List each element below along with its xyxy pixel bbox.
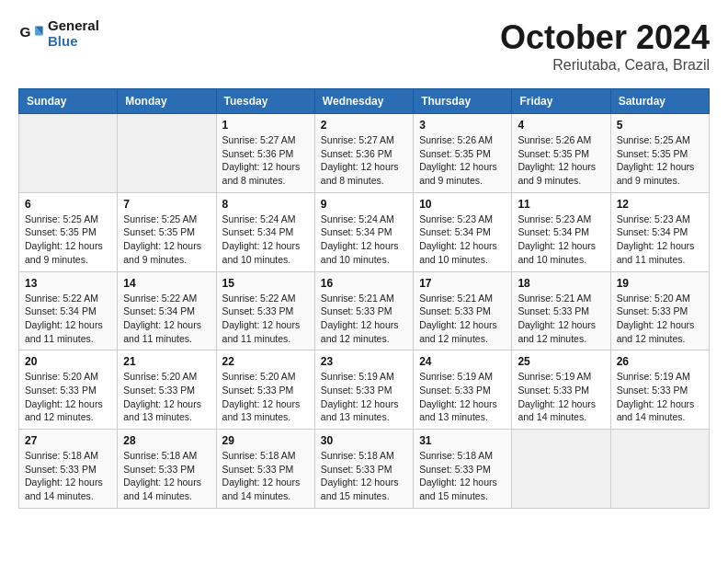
day-info: Sunrise: 5:19 AM Sunset: 5:33 PM Dayligh… xyxy=(419,370,506,424)
day-number: 20 xyxy=(25,355,111,368)
day-number: 17 xyxy=(419,277,506,290)
day-info: Sunrise: 5:24 AM Sunset: 5:34 PM Dayligh… xyxy=(321,213,407,267)
day-number: 28 xyxy=(123,434,210,447)
day-cell: 23Sunrise: 5:19 AM Sunset: 5:33 PM Dayli… xyxy=(314,350,413,430)
day-number: 27 xyxy=(25,434,111,447)
day-number: 10 xyxy=(419,198,506,211)
week-row-2: 6Sunrise: 5:25 AM Sunset: 5:35 PM Daylig… xyxy=(19,192,710,271)
day-number: 4 xyxy=(518,119,604,132)
day-info: Sunrise: 5:20 AM Sunset: 5:33 PM Dayligh… xyxy=(617,292,703,346)
day-number: 26 xyxy=(617,355,703,368)
day-number: 22 xyxy=(222,355,309,368)
day-cell: 31Sunrise: 5:18 AM Sunset: 5:33 PM Dayli… xyxy=(414,430,512,509)
day-info: Sunrise: 5:27 AM Sunset: 5:36 PM Dayligh… xyxy=(222,133,309,188)
day-info: Sunrise: 5:27 AM Sunset: 5:36 PM Dayligh… xyxy=(321,133,407,188)
day-info: Sunrise: 5:23 AM Sunset: 5:34 PM Dayligh… xyxy=(419,213,506,267)
title-area: October 2024 Reriutaba, Ceara, Brazil xyxy=(500,18,710,74)
day-number: 16 xyxy=(321,277,407,290)
day-cell xyxy=(118,114,216,193)
day-cell: 9Sunrise: 5:24 AM Sunset: 5:34 PM Daylig… xyxy=(314,192,413,271)
day-cell: 5Sunrise: 5:25 AM Sunset: 5:35 PM Daylig… xyxy=(610,114,709,193)
header-cell-tuesday: Tuesday xyxy=(216,89,314,114)
day-info: Sunrise: 5:18 AM Sunset: 5:33 PM Dayligh… xyxy=(321,449,407,503)
day-cell: 13Sunrise: 5:22 AM Sunset: 5:34 PM Dayli… xyxy=(19,271,118,350)
day-info: Sunrise: 5:21 AM Sunset: 5:33 PM Dayligh… xyxy=(419,292,506,346)
day-number: 11 xyxy=(518,198,604,211)
day-info: Sunrise: 5:19 AM Sunset: 5:33 PM Dayligh… xyxy=(518,370,604,424)
day-info: Sunrise: 5:25 AM Sunset: 5:35 PM Dayligh… xyxy=(123,213,210,267)
day-info: Sunrise: 5:18 AM Sunset: 5:33 PM Dayligh… xyxy=(123,449,210,503)
day-cell: 27Sunrise: 5:18 AM Sunset: 5:33 PM Dayli… xyxy=(19,430,118,509)
header-cell-thursday: Thursday xyxy=(414,89,512,114)
logo-icon: G xyxy=(18,21,44,47)
day-number: 31 xyxy=(419,434,506,447)
day-cell: 3Sunrise: 5:26 AM Sunset: 5:35 PM Daylig… xyxy=(414,114,512,193)
day-cell: 11Sunrise: 5:23 AM Sunset: 5:34 PM Dayli… xyxy=(512,192,610,271)
day-number: 25 xyxy=(518,355,604,368)
day-number: 29 xyxy=(222,434,309,447)
day-info: Sunrise: 5:22 AM Sunset: 5:34 PM Dayligh… xyxy=(123,292,210,346)
day-number: 21 xyxy=(123,355,210,368)
header-cell-sunday: Sunday xyxy=(19,89,118,114)
header-cell-friday: Friday xyxy=(512,89,610,114)
calendar-header: SundayMondayTuesdayWednesdayThursdayFrid… xyxy=(19,89,710,114)
day-cell: 26Sunrise: 5:19 AM Sunset: 5:33 PM Dayli… xyxy=(610,350,709,430)
day-number: 1 xyxy=(222,119,309,132)
day-number: 23 xyxy=(321,355,407,368)
day-number: 13 xyxy=(25,277,111,290)
day-cell xyxy=(512,430,610,509)
header: G General Blue October 2024 Reriutaba, C… xyxy=(18,18,710,74)
page-subtitle: Reriutaba, Ceara, Brazil xyxy=(500,57,710,74)
svg-text:G: G xyxy=(19,23,30,39)
logo: G General Blue xyxy=(18,18,99,49)
day-info: Sunrise: 5:20 AM Sunset: 5:33 PM Dayligh… xyxy=(25,370,111,424)
day-info: Sunrise: 5:18 AM Sunset: 5:33 PM Dayligh… xyxy=(25,449,111,503)
day-info: Sunrise: 5:22 AM Sunset: 5:34 PM Dayligh… xyxy=(25,292,111,346)
day-number: 19 xyxy=(617,277,703,290)
day-cell: 4Sunrise: 5:26 AM Sunset: 5:35 PM Daylig… xyxy=(512,114,610,193)
week-row-1: 1Sunrise: 5:27 AM Sunset: 5:36 PM Daylig… xyxy=(19,114,710,193)
day-number: 24 xyxy=(419,355,506,368)
day-number: 5 xyxy=(617,119,703,132)
logo-text: General Blue xyxy=(48,18,99,49)
day-info: Sunrise: 5:20 AM Sunset: 5:33 PM Dayligh… xyxy=(222,370,309,424)
calendar-table: SundayMondayTuesdayWednesdayThursdayFrid… xyxy=(18,88,710,509)
day-info: Sunrise: 5:22 AM Sunset: 5:33 PM Dayligh… xyxy=(222,292,309,346)
day-cell: 12Sunrise: 5:23 AM Sunset: 5:34 PM Dayli… xyxy=(610,192,709,271)
day-number: 3 xyxy=(419,119,506,132)
day-cell: 20Sunrise: 5:20 AM Sunset: 5:33 PM Dayli… xyxy=(19,350,118,430)
week-row-4: 20Sunrise: 5:20 AM Sunset: 5:33 PM Dayli… xyxy=(19,350,710,430)
day-info: Sunrise: 5:25 AM Sunset: 5:35 PM Dayligh… xyxy=(617,133,703,188)
day-number: 14 xyxy=(123,277,210,290)
day-info: Sunrise: 5:26 AM Sunset: 5:35 PM Dayligh… xyxy=(419,133,506,188)
day-cell: 10Sunrise: 5:23 AM Sunset: 5:34 PM Dayli… xyxy=(414,192,512,271)
day-cell xyxy=(610,430,709,509)
day-number: 15 xyxy=(222,277,309,290)
day-cell: 8Sunrise: 5:24 AM Sunset: 5:34 PM Daylig… xyxy=(216,192,314,271)
day-number: 2 xyxy=(321,119,407,132)
header-cell-monday: Monday xyxy=(118,89,216,114)
day-number: 7 xyxy=(123,198,210,211)
day-number: 18 xyxy=(518,277,604,290)
day-info: Sunrise: 5:26 AM Sunset: 5:35 PM Dayligh… xyxy=(518,133,604,188)
day-cell: 2Sunrise: 5:27 AM Sunset: 5:36 PM Daylig… xyxy=(314,114,413,193)
day-cell: 24Sunrise: 5:19 AM Sunset: 5:33 PM Dayli… xyxy=(414,350,512,430)
header-row: SundayMondayTuesdayWednesdayThursdayFrid… xyxy=(19,89,710,114)
day-info: Sunrise: 5:23 AM Sunset: 5:34 PM Dayligh… xyxy=(518,213,604,267)
day-cell: 25Sunrise: 5:19 AM Sunset: 5:33 PM Dayli… xyxy=(512,350,610,430)
day-info: Sunrise: 5:20 AM Sunset: 5:33 PM Dayligh… xyxy=(123,370,210,424)
week-row-5: 27Sunrise: 5:18 AM Sunset: 5:33 PM Dayli… xyxy=(19,430,710,509)
day-cell: 18Sunrise: 5:21 AM Sunset: 5:33 PM Dayli… xyxy=(512,271,610,350)
day-info: Sunrise: 5:21 AM Sunset: 5:33 PM Dayligh… xyxy=(321,292,407,346)
week-row-3: 13Sunrise: 5:22 AM Sunset: 5:34 PM Dayli… xyxy=(19,271,710,350)
day-number: 12 xyxy=(617,198,703,211)
day-cell xyxy=(19,114,118,193)
day-cell: 29Sunrise: 5:18 AM Sunset: 5:33 PM Dayli… xyxy=(216,430,314,509)
day-cell: 22Sunrise: 5:20 AM Sunset: 5:33 PM Dayli… xyxy=(216,350,314,430)
day-cell: 19Sunrise: 5:20 AM Sunset: 5:33 PM Dayli… xyxy=(610,271,709,350)
day-info: Sunrise: 5:23 AM Sunset: 5:34 PM Dayligh… xyxy=(617,213,703,267)
header-cell-wednesday: Wednesday xyxy=(314,89,413,114)
day-cell: 14Sunrise: 5:22 AM Sunset: 5:34 PM Dayli… xyxy=(118,271,216,350)
day-number: 6 xyxy=(25,198,111,211)
header-cell-saturday: Saturday xyxy=(610,89,709,114)
